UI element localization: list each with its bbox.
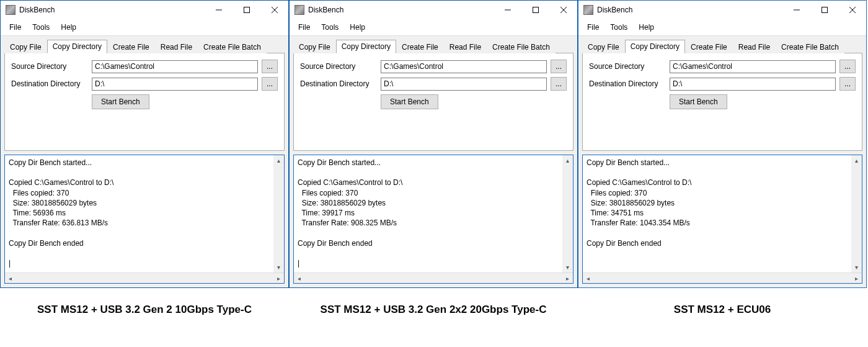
- results-box[interactable]: Copy Dir Bench started... Copied C:\Game…: [582, 155, 862, 284]
- scroll-down-icon[interactable]: ▾: [273, 262, 284, 273]
- horizontal-scrollbar[interactable]: ◂▸: [294, 273, 573, 283]
- destination-input[interactable]: [92, 78, 258, 91]
- menubar: FileToolsHelp: [1, 19, 288, 36]
- tab-read-file[interactable]: Read File: [444, 40, 487, 53]
- vertical-scrollbar[interactable]: ▴▾: [562, 155, 573, 273]
- source-input[interactable]: [670, 60, 836, 73]
- scroll-left-icon[interactable]: ◂: [583, 273, 593, 284]
- tabstrip: Copy FileCopy DirectoryCreate FileRead F…: [4, 40, 285, 53]
- app-window: DiskBenchFileToolsHelpCopy FileCopy Dire…: [0, 0, 289, 288]
- titlebar[interactable]: DiskBench: [290, 1, 577, 19]
- caption-label: SST MS12 + USB 3.2 Gen 2 10Gbps Type-C: [0, 288, 289, 316]
- destination-label: Destination Directory: [300, 79, 377, 88]
- destination-browse-button[interactable]: ...: [262, 77, 278, 91]
- results-text[interactable]: Copy Dir Bench started... Copied C:\Game…: [294, 155, 573, 273]
- menu-file[interactable]: File: [4, 21, 26, 34]
- menu-tools[interactable]: Tools: [605, 21, 632, 34]
- minimize-button[interactable]: [782, 1, 810, 19]
- menu-tools[interactable]: Tools: [316, 21, 343, 34]
- svg-rect-5: [533, 7, 538, 13]
- menu-file[interactable]: File: [582, 21, 604, 34]
- svg-rect-9: [822, 7, 827, 13]
- scroll-right-icon[interactable]: ▸: [562, 273, 573, 284]
- scroll-up-icon[interactable]: ▴: [273, 155, 284, 166]
- source-label: Source Directory: [589, 62, 666, 71]
- tab-create-file-batch[interactable]: Create File Batch: [487, 40, 556, 53]
- close-button[interactable]: [838, 1, 866, 19]
- destination-browse-button[interactable]: ...: [839, 77, 856, 91]
- source-input[interactable]: [381, 60, 547, 73]
- start-bench-button[interactable]: Start Bench: [670, 94, 727, 109]
- maximize-button[interactable]: [810, 1, 838, 19]
- scroll-up-icon[interactable]: ▴: [562, 155, 573, 166]
- tab-copy-directory[interactable]: Copy Directory: [625, 40, 685, 53]
- menu-help[interactable]: Help: [345, 21, 370, 34]
- scroll-right-icon[interactable]: ▸: [273, 273, 284, 284]
- scroll-right-icon[interactable]: ▸: [851, 273, 862, 284]
- horizontal-scrollbar[interactable]: ◂▸: [583, 273, 862, 283]
- scroll-left-icon[interactable]: ◂: [294, 273, 304, 284]
- tab-copy-directory[interactable]: Copy Directory: [336, 40, 396, 53]
- source-browse-button[interactable]: ...: [839, 60, 856, 73]
- titlebar[interactable]: DiskBench: [578, 1, 866, 19]
- tabstrip: Copy FileCopy DirectoryCreate FileRead F…: [293, 40, 574, 53]
- tab-create-file[interactable]: Create File: [107, 40, 155, 53]
- start-bench-button[interactable]: Start Bench: [92, 94, 149, 109]
- tab-create-file[interactable]: Create File: [396, 40, 444, 53]
- results-text[interactable]: Copy Dir Bench started... Copied C:\Game…: [5, 155, 284, 273]
- app-icon: [583, 5, 593, 15]
- tab-create-file-batch[interactable]: Create File Batch: [776, 40, 844, 53]
- content-area: Copy FileCopy DirectoryCreate FileRead F…: [1, 36, 288, 287]
- content-area: Copy FileCopy DirectoryCreate FileRead F…: [578, 36, 866, 287]
- maximize-button[interactable]: [232, 1, 260, 19]
- app-icon: [6, 5, 16, 15]
- destination-label: Destination Directory: [589, 79, 666, 88]
- tab-copy-file[interactable]: Copy File: [4, 40, 47, 53]
- scroll-down-icon[interactable]: ▾: [851, 262, 862, 273]
- minimize-button[interactable]: [494, 1, 521, 19]
- window-title: DiskBench: [19, 6, 205, 14]
- scroll-up-icon[interactable]: ▴: [851, 155, 862, 166]
- menubar: FileToolsHelp: [290, 19, 577, 36]
- maximize-button[interactable]: [521, 1, 549, 19]
- tab-copy-file[interactable]: Copy File: [582, 40, 625, 53]
- results-box[interactable]: Copy Dir Bench started... Copied C:\Game…: [293, 155, 574, 284]
- results-box[interactable]: Copy Dir Bench started... Copied C:\Game…: [4, 155, 285, 284]
- window-title: DiskBench: [597, 6, 782, 14]
- destination-input[interactable]: [381, 78, 547, 91]
- close-button[interactable]: [260, 1, 288, 19]
- source-input[interactable]: [92, 60, 258, 73]
- scroll-left-icon[interactable]: ◂: [5, 273, 16, 284]
- menu-tools[interactable]: Tools: [27, 21, 55, 34]
- window-controls: [782, 1, 866, 19]
- tab-copy-directory[interactable]: Copy Directory: [47, 40, 107, 53]
- tab-read-file[interactable]: Read File: [733, 40, 776, 53]
- content-area: Copy FileCopy DirectoryCreate FileRead F…: [290, 36, 577, 287]
- destination-browse-button[interactable]: ...: [551, 77, 567, 91]
- tab-read-file[interactable]: Read File: [155, 40, 198, 53]
- window-controls: [205, 1, 288, 19]
- minimize-button[interactable]: [205, 1, 232, 19]
- tab-create-file-batch[interactable]: Create File Batch: [198, 40, 267, 53]
- source-browse-button[interactable]: ...: [262, 60, 278, 73]
- tab-create-file[interactable]: Create File: [685, 40, 733, 53]
- tab-panel: Source Directory...Destination Directory…: [4, 53, 285, 151]
- scroll-down-icon[interactable]: ▾: [562, 262, 573, 273]
- menu-help[interactable]: Help: [634, 21, 659, 34]
- app-icon: [294, 5, 304, 15]
- titlebar[interactable]: DiskBench: [1, 1, 288, 19]
- vertical-scrollbar[interactable]: ▴▾: [851, 155, 862, 273]
- menu-help[interactable]: Help: [56, 21, 81, 34]
- horizontal-scrollbar[interactable]: ◂▸: [5, 273, 284, 283]
- vertical-scrollbar[interactable]: ▴▾: [273, 155, 284, 273]
- caption-label: SST MS12 + ECU06: [578, 288, 867, 316]
- tab-copy-file[interactable]: Copy File: [293, 40, 336, 53]
- app-window: DiskBenchFileToolsHelpCopy FileCopy Dire…: [289, 0, 578, 288]
- start-bench-button[interactable]: Start Bench: [381, 94, 438, 109]
- source-label: Source Directory: [300, 62, 377, 71]
- destination-input[interactable]: [670, 78, 836, 91]
- source-browse-button[interactable]: ...: [551, 60, 567, 73]
- close-button[interactable]: [549, 1, 577, 19]
- results-text[interactable]: Copy Dir Bench started... Copied C:\Game…: [583, 155, 862, 273]
- menu-file[interactable]: File: [293, 21, 315, 34]
